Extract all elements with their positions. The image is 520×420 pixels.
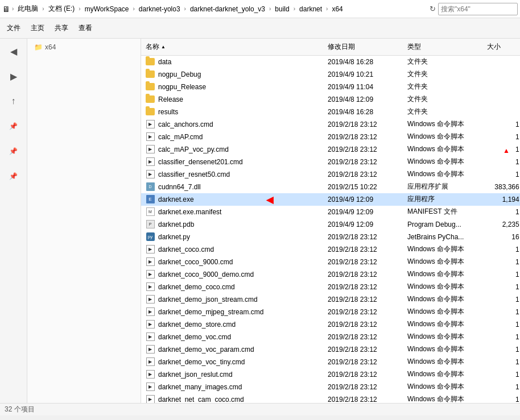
table-row[interactable]: ▶darknet_coco_9000_demo.cmd2019/2/18 23:… [141,268,520,281]
table-row[interactable]: Dcudnn64_7.dll2019/2/15 10:22应用程序扩展383,3… [141,181,520,193]
tab-file[interactable]: 文件 [2,22,25,35]
tree-item[interactable]: 📁 x64 [27,41,141,53]
breadcrumb-sep: › [184,6,186,12]
table-row[interactable]: ▶darknet_json_reslut.cmd2019/2/18 23:12W… [141,368,520,381]
manifest-icon: M [146,207,155,217]
table-row[interactable]: nogpu_Release2019/4/9 11:04文件夹 [141,81,520,93]
file-name-label: darknet.py [158,233,190,241]
table-row[interactable]: ▶calc_mAP.cmd2019/2/18 23:12Windows 命令脚本… [141,131,520,143]
item-count: 32 个项目 [5,405,35,414]
table-row[interactable]: ▶classifier_densenet201.cmd2019/2/18 23:… [141,156,520,168]
file-name-cell: ▶darknet_demo_voc_tiny.cmd [141,356,323,368]
table-row[interactable]: ▶calc_anchors.cmd2019/2/18 23:12Windows … [141,118,520,131]
table-row[interactable]: data2019/4/8 16:28文件夹 [141,56,520,68]
file-name-cell: nogpu_Release [141,81,323,93]
sort-icon: ▲ [161,44,166,49]
table-row[interactable]: ▶darknet_many_images.cmd2019/2/18 23:12W… [141,381,520,393]
table-row[interactable]: Mdarknet.exe.manifest2019/4/9 12:09MANIF… [141,206,520,218]
breadcrumb-item-darknet-yolov3[interactable]: darknet-darknet_yolo_v3 [188,4,267,14]
file-name-cell: Pdarknet.pdb [141,219,323,230]
file-name-cell: ▶classifier_resnet50.cmd [141,169,323,180]
tree-panel: 📁 x64 [27,39,141,403]
breadcrumb-item-darknet-yolo3[interactable]: darknet-yolo3 [137,4,183,14]
table-row[interactable]: Pdarknet.pdb2019/4/9 12:09Program Debug.… [141,218,520,231]
file-date: 2019/2/18 23:12 [323,307,403,317]
file-name-cell: ▶darknet_demo_store.cmd [141,319,323,330]
refresh-icon[interactable]: ↻ [430,5,436,13]
file-type: 文件夹 [403,106,482,118]
tab-view[interactable]: 查看 [74,22,97,35]
file-name-cell: ▶darknet_demo_mjpeg_stream.cmd [141,306,323,318]
table-row[interactable]: ▶calc_mAP_voc_py.cmd2019/2/18 23:12Windo… [141,143,520,156]
file-date: 2019/2/18 23:12 [323,294,403,305]
table-row[interactable]: Release2019/4/8 12:09文件夹 [141,93,520,106]
col-header-type[interactable]: 类型 [403,41,482,53]
file-size: 16 KB [482,232,520,242]
search-input[interactable] [438,3,518,15]
file-date: 2019/4/8 16:28 [323,57,403,67]
file-name-cell: ▶darknet_coco_9000_demo.cmd [141,269,323,280]
file-size: 1 KB [482,269,520,280]
table-row[interactable]: ▶darknet_demo_voc_param.cmd2019/2/18 23:… [141,343,520,356]
col-header-date[interactable]: 修改日期 [323,41,403,53]
table-row[interactable]: ▶darknet_demo_voc.cmd2019/2/18 23:12Wind… [141,331,520,343]
table-row[interactable]: ▶darknet_coco_9000.cmd2019/2/18 23:12Win… [141,256,520,268]
table-row[interactable]: ▶darknet_demo_mjpeg_stream.cmd2019/2/18 … [141,306,520,318]
exe-icon: E [146,195,155,204]
cmd-icon: ▶ [146,370,155,379]
file-type: Windows 命令脚本 [403,343,482,355]
cmd-icon: ▶ [146,295,155,304]
up-button[interactable]: ↑ [3,91,24,111]
table-row[interactable]: ▶darknet_coco.cmd2019/2/18 23:12Windows … [141,243,520,256]
table-row[interactable]: ▶darknet_net_cam_coco.cmd2019/2/18 23:12… [141,393,520,403]
tab-home[interactable]: 主页 [26,22,49,35]
file-name-label: darknet.exe.manifest [158,208,221,216]
cmd-icon: ▶ [146,395,155,404]
table-row[interactable]: nogpu_Debug2019/4/9 10:21文件夹 [141,68,520,81]
back-button[interactable]: ◀ [3,41,24,61]
pin-icon-3[interactable]: 📌 [3,166,24,186]
file-size: 1 KB [482,307,520,317]
cmd-icon: ▶ [146,145,155,154]
table-row[interactable]: ▶darknet_demo_coco.cmd2019/2/18 23:12Win… [141,281,520,293]
file-name-label: darknet_coco.cmd [158,246,214,253]
breadcrumb-sep: › [12,6,14,12]
file-type: Windows 命令脚本 [403,143,482,155]
file-size: 2,235 KB [482,219,520,230]
col-header-size[interactable]: 大小 [482,41,520,53]
file-type: Windows 命令脚本 [403,281,482,293]
col-header-name[interactable]: 名称 ▲ [141,41,323,53]
breadcrumb-item-x64[interactable]: x64 [329,4,345,14]
file-list-area: 名称 ▲ 修改日期 类型 大小 data2019/4/8 16:28文件夹nog… [141,39,520,403]
forward-button[interactable]: ▶ [3,66,24,86]
table-row[interactable]: ▶darknet_demo_voc_tiny.cmd2019/2/18 23:1… [141,356,520,368]
pin-icon-1[interactable]: 📌 [3,116,24,136]
file-name-cell: ▶calc_mAP.cmd [141,131,323,143]
file-size [482,86,520,88]
table-row[interactable]: results2019/4/8 16:28文件夹 [141,106,520,118]
file-date: 2019/2/18 23:12 [323,332,403,342]
table-row[interactable]: pydarknet.py2019/2/18 23:12JetBrains PyC… [141,231,520,243]
file-type: Windows 命令脚本 [403,368,482,380]
file-date: 2019/2/18 23:12 [323,157,403,167]
breadcrumb-item-build[interactable]: build [273,4,291,14]
cmd-icon: ▶ [146,132,155,142]
breadcrumb-item-workspace[interactable]: myWorkSpace [82,4,131,14]
file-name-cell: nogpu_Debug [141,69,323,80]
file-size: 1,194 KB [482,194,520,205]
breadcrumb-item-darknet[interactable]: darknet [297,4,324,14]
breadcrumb-bar: 🖥 › 此电脑 › 文档 (E:) › myWorkSpace › darkne… [0,0,520,18]
file-type: Program Debug... [403,219,482,230]
table-row[interactable]: ▶darknet_demo_store.cmd2019/2/18 23:12Wi… [141,318,520,331]
breadcrumb-item-drive[interactable]: 文档 (E:) [46,3,77,15]
tab-share[interactable]: 共享 [50,22,73,35]
file-name-cell: results [141,106,323,118]
table-row[interactable]: ▶darknet_demo_json_stream.cmd2019/2/18 2… [141,293,520,306]
table-row[interactable]: ▶classifier_resnet50.cmd2019/2/18 23:12W… [141,168,520,181]
table-row[interactable]: Edarknet.exe2019/4/9 12:09应用程序1,194 KB◀ [141,193,520,206]
file-type: Windows 命令脚本 [403,331,482,343]
cmd-icon: ▶ [146,270,155,279]
cmd-icon: ▶ [146,307,155,317]
pin-icon-2[interactable]: 📌 [3,141,24,161]
breadcrumb-item-computer[interactable]: 此电脑 [15,3,40,15]
